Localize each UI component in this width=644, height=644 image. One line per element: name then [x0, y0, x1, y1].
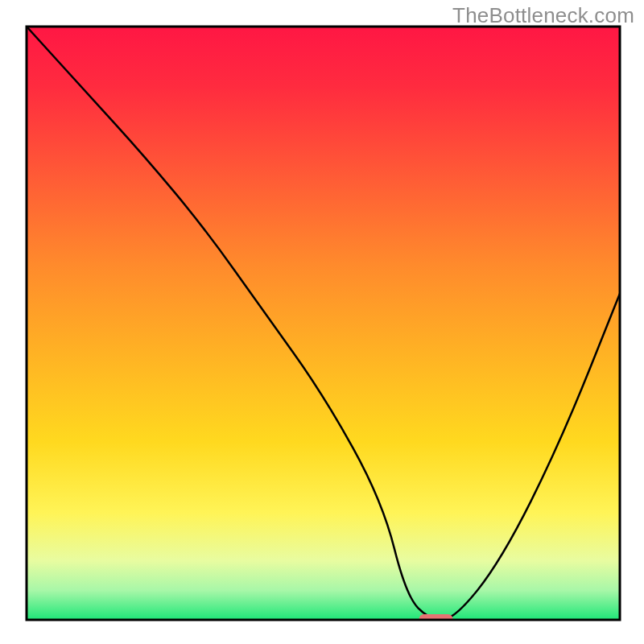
- chart-stage: TheBottleneck.com: [0, 0, 644, 644]
- chart-svg: [0, 0, 644, 644]
- watermark-text: TheBottleneck.com: [452, 3, 634, 28]
- gradient-background: [27, 27, 620, 620]
